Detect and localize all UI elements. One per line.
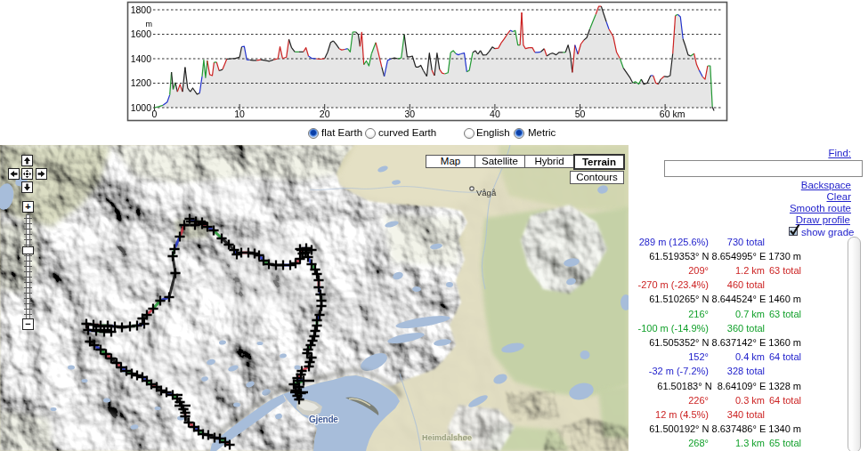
svg-text:1400: 1400: [131, 53, 152, 64]
svg-text:10: 10: [234, 109, 245, 119]
svg-text:1600: 1600: [131, 28, 152, 39]
svg-text:40: 40: [490, 109, 500, 119]
svg-text:0: 0: [152, 109, 158, 119]
svg-text:m: m: [146, 20, 153, 28]
svg-text:Vågå: Vågå: [476, 188, 497, 197]
svg-text:Gjende: Gjende: [309, 415, 338, 424]
svg-text:50: 50: [575, 109, 586, 119]
svg-text:1200: 1200: [131, 77, 152, 88]
svg-text:30: 30: [404, 109, 415, 119]
svg-text:20: 20: [320, 109, 330, 119]
svg-text:60 km: 60 km: [660, 109, 685, 119]
svg-text:1800: 1800: [131, 4, 152, 15]
svg-text:Heimdalshøe: Heimdalshøe: [422, 433, 472, 442]
svg-text:1000: 1000: [131, 102, 152, 113]
